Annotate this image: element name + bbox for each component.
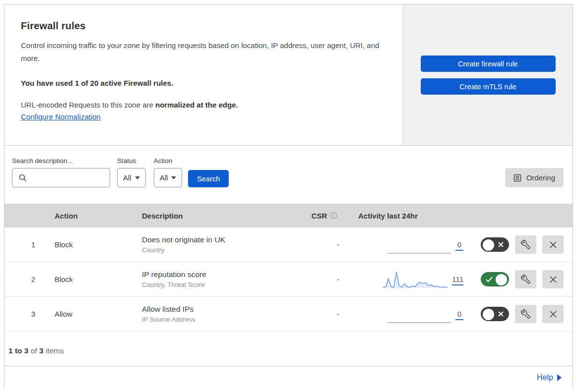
info-icon[interactable] xyxy=(329,212,337,220)
help-link[interactable]: Help xyxy=(537,373,562,382)
search-input[interactable] xyxy=(12,168,110,187)
action-dropdown-value: All xyxy=(160,173,168,182)
table-row: 3 Allow Allow listed IPs IP Source Addre… xyxy=(4,297,573,332)
list-document-icon xyxy=(513,174,521,182)
activity-count-link[interactable]: 0 xyxy=(455,310,463,320)
actions-panel: Create firewall rule Create mTLS rule xyxy=(403,4,573,145)
rule-controls xyxy=(463,270,573,288)
activity-count-link[interactable]: 111 xyxy=(452,275,463,285)
pagination-summary: 1 to 3 of 3 items xyxy=(4,332,573,366)
rule-controls xyxy=(463,235,573,254)
csr-header-label: CSR xyxy=(312,212,327,220)
status-filter-group: Status All xyxy=(117,157,146,187)
action-dropdown[interactable]: All xyxy=(154,168,183,187)
rule-fields: IP Source Address xyxy=(142,316,292,323)
search-text-field[interactable] xyxy=(31,168,108,187)
ordering-button[interactable]: Ordering xyxy=(505,168,564,187)
activity-count-link[interactable]: 0 xyxy=(455,240,463,251)
toggle-knob xyxy=(483,239,494,251)
delete-rule-button[interactable] xyxy=(542,270,564,288)
rules-table: Action Description CSR Activity last 24h… xyxy=(4,204,573,332)
rule-priority: 2 xyxy=(4,275,35,283)
activity-sparkline xyxy=(386,304,451,325)
status-label: Status xyxy=(117,157,146,165)
toggle-knob xyxy=(496,274,507,285)
edit-rule-button[interactable] xyxy=(515,305,536,323)
rule-description: Allow listed IPs xyxy=(142,305,292,314)
search-group: Search description... xyxy=(12,157,110,187)
arrow-right-icon xyxy=(557,374,562,381)
close-icon xyxy=(549,241,557,249)
wrench-icon xyxy=(521,309,530,319)
normalization-prefix: URL-encoded Requests to this zone are xyxy=(21,101,155,109)
page-description: Control incoming traffic to your zone by… xyxy=(21,39,383,65)
action-label: Action xyxy=(154,157,183,165)
activity-sparkline xyxy=(383,269,448,290)
activity-column-header: Activity last 24hr xyxy=(357,212,463,220)
rule-enabled-toggle[interactable] xyxy=(481,272,509,286)
rule-enabled-toggle[interactable] xyxy=(481,237,509,252)
rule-description-cell: IP reputation score Country, Threat Scor… xyxy=(142,270,292,288)
chevron-down-icon xyxy=(135,176,140,179)
chevron-down-icon xyxy=(171,176,176,179)
firewall-rules-page: Firewall rules Control incoming traffic … xyxy=(0,0,576,392)
items-text: items xyxy=(44,346,64,355)
rule-description: Does not originate in UK xyxy=(142,235,292,244)
rule-csr: - xyxy=(292,275,357,283)
rule-action: Block xyxy=(35,275,142,283)
search-button[interactable]: Search xyxy=(188,170,229,187)
rule-description-cell: Does not originate in UK Country xyxy=(142,235,292,254)
of-text: of xyxy=(28,346,39,355)
magnifier-icon xyxy=(19,174,27,182)
status-dropdown[interactable]: All xyxy=(117,168,146,187)
rule-description: IP reputation score xyxy=(142,270,292,279)
create-firewall-rule-button[interactable]: Create firewall rule xyxy=(421,56,556,72)
intro-card: Firewall rules Control incoming traffic … xyxy=(4,4,403,145)
rule-priority: 3 xyxy=(4,310,35,318)
normalization-bold: normalized at the edge. xyxy=(155,101,238,109)
delete-rule-button[interactable] xyxy=(542,235,564,254)
table-row: 1 Block Does not originate in UK Country… xyxy=(4,227,573,262)
rule-fields: Country xyxy=(142,246,292,254)
edit-rule-button[interactable] xyxy=(515,235,536,254)
total-text: 3 xyxy=(39,346,44,355)
usage-summary: You have used 1 of 20 active Firewall ru… xyxy=(21,79,383,87)
rule-enabled-toggle[interactable] xyxy=(481,307,509,321)
normalization-note: URL-encoded Requests to this zone are no… xyxy=(21,101,383,109)
activity-sparkline xyxy=(386,234,451,255)
help-bar: Help xyxy=(4,366,573,389)
configure-normalization-link[interactable]: Configure Normalization xyxy=(21,112,101,121)
rule-activity-cell: 0 xyxy=(357,304,463,325)
rule-fields: Country, Threat Score xyxy=(142,281,292,288)
help-label: Help xyxy=(537,373,553,382)
rule-csr: - xyxy=(292,240,357,249)
table-row: 2 Block IP reputation score Country, Thr… xyxy=(4,262,573,297)
cross-icon xyxy=(498,241,504,248)
wrench-icon xyxy=(521,275,530,284)
rule-action: Allow xyxy=(35,310,142,318)
close-icon xyxy=(549,310,557,318)
cross-icon xyxy=(498,311,504,317)
action-filter-group: Action All xyxy=(154,157,183,187)
rule-activity-cell: 0 xyxy=(357,234,463,255)
rule-priority: 1 xyxy=(4,240,35,249)
create-mtls-rule-button[interactable]: Create mTLS rule xyxy=(421,78,556,95)
wrench-icon xyxy=(521,240,530,249)
edit-rule-button[interactable] xyxy=(515,270,536,288)
range-text: 1 to 3 xyxy=(8,346,28,355)
csr-column-header: CSR xyxy=(292,212,357,220)
delete-rule-button[interactable] xyxy=(542,305,564,323)
rule-action: Block xyxy=(35,240,142,249)
status-dropdown-value: All xyxy=(123,173,131,182)
page-title: Firewall rules xyxy=(21,20,383,32)
filter-bar: Search description... Status All Action xyxy=(4,146,573,204)
page-card: Firewall rules Control incoming traffic … xyxy=(4,4,573,389)
search-label: Search description... xyxy=(12,157,110,165)
rule-description-cell: Allow listed IPs IP Source Address xyxy=(142,305,292,323)
close-icon xyxy=(549,276,557,283)
table-header-row: Action Description CSR Activity last 24h… xyxy=(4,204,573,227)
toggle-knob xyxy=(483,309,494,320)
check-icon xyxy=(486,277,493,282)
rule-controls xyxy=(463,305,573,323)
rule-activity-cell: 111 xyxy=(357,269,463,290)
